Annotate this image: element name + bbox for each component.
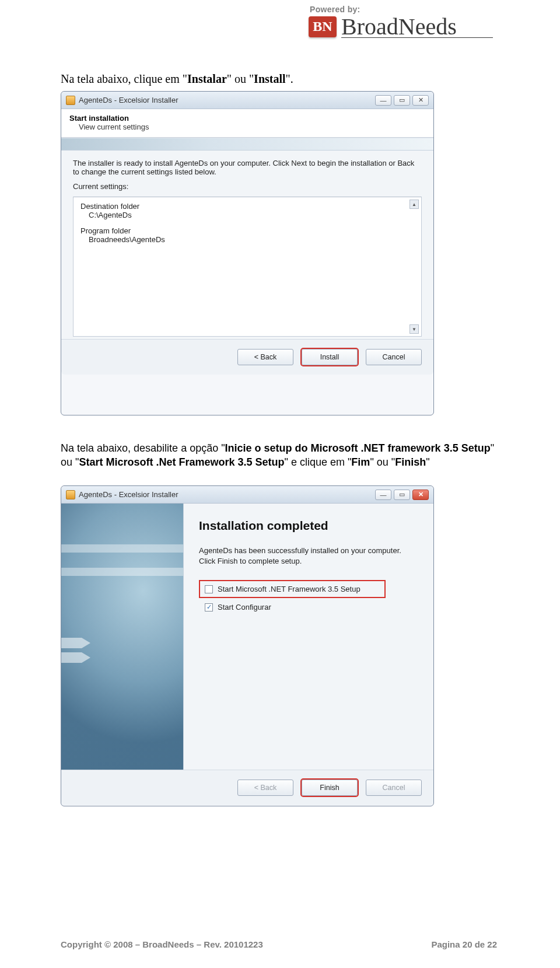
destination-folder-label: Destination folder [80, 202, 414, 211]
text: " ou " [227, 72, 254, 85]
back-button[interactable]: < Back [237, 349, 293, 365]
cancel-button: Cancel [366, 780, 422, 796]
settings-listbox[interactable]: ▲ Destination folder C:\AgenteDs Program… [73, 197, 422, 337]
page-number: Pagina 20 de 22 [431, 939, 497, 949]
checkbox-icon[interactable]: ✓ [205, 603, 213, 611]
installer-ready-text: The installer is ready to install Agente… [73, 159, 422, 176]
installer-body: The installer is ready to install Agente… [61, 151, 433, 339]
sidebar-graphic [61, 504, 184, 770]
scroll-up-icon[interactable]: ▲ [410, 200, 419, 209]
installer-header-title: Start installation [69, 114, 425, 123]
instruction-paragraph-1: Na tela abaixo, clique em "Instalar" ou … [61, 72, 293, 86]
text-bold: Instalar [187, 72, 227, 85]
current-settings-label: Current settings: [73, 182, 422, 191]
installer-window-completed: AgenteDs - Excelsior Installer — ▭ ✕ Ins… [61, 485, 434, 806]
button-row: < Back Install Cancel [61, 339, 433, 375]
text: " e clique em " [285, 456, 352, 468]
content-column: Installation completed AgenteDs has been… [184, 504, 433, 770]
app-icon [66, 96, 75, 105]
text-bold: Install [254, 72, 285, 85]
text: " ou " [370, 456, 395, 468]
window-title: AgenteDs - Excelsior Installer [79, 96, 372, 104]
cancel-button[interactable]: Cancel [366, 349, 422, 365]
minimize-button[interactable]: — [375, 490, 391, 500]
scroll-down-icon[interactable]: ▼ [410, 324, 419, 334]
arrow-icon [61, 638, 90, 648]
program-folder-label: Program folder [80, 226, 414, 235]
program-folder-value: Broadneeds\AgenteDs [80, 235, 414, 244]
brand-name: BroadNeeds [341, 15, 493, 39]
completed-heading: Installation completed [199, 519, 418, 533]
installer-window-start: AgenteDs - Excelsior Installer — ▭ ✕ Sta… [61, 91, 434, 415]
decorative-strip [61, 138, 433, 151]
arrow-icon [61, 652, 90, 663]
minimize-button[interactable]: — [375, 95, 391, 106]
titlebar[interactable]: AgenteDs - Excelsior Installer — ▭ ✕ [61, 92, 433, 109]
checkbox-label: Start Configurar [218, 603, 271, 611]
app-icon [66, 490, 75, 499]
window-title: AgenteDs - Excelsior Installer [79, 490, 372, 499]
installer-main: Installation completed AgenteDs has been… [61, 504, 433, 770]
window-controls: — ▭ ✕ [375, 95, 429, 106]
text-bold: Start Microsoft .Net Framework 3.5 Setup [79, 456, 284, 468]
text-bold: Fim [351, 456, 370, 468]
bn-badge-icon: BN [309, 16, 337, 37]
maximize-button[interactable]: ▭ [394, 490, 410, 500]
start-configurar-option[interactable]: ✓ Start Configurar [199, 599, 418, 615]
text: " [426, 456, 429, 468]
back-button: < Back [237, 780, 293, 796]
destination-folder-value: C:\AgenteDs [80, 211, 414, 219]
maximize-button[interactable]: ▭ [394, 95, 410, 106]
bn-badge-text: BN [313, 19, 332, 34]
page-footer: Copyright © 2008 – BroadNeeds – Rev. 201… [61, 939, 497, 949]
text: Na tela abaixo, desabilite a opção " [61, 442, 225, 454]
start-net-framework-option[interactable]: Start Microsoft .NET Framework 3.5 Setup [199, 580, 386, 598]
copyright-text: Copyright © 2008 – BroadNeeds – Rev. 201… [61, 939, 263, 949]
installer-header-subtitle: View current settings [69, 123, 425, 131]
window-controls: — ▭ ✕ [375, 490, 429, 500]
completed-description: AgenteDs has been successfully installed… [199, 546, 418, 566]
close-button[interactable]: ✕ [412, 490, 429, 500]
checkbox-icon[interactable] [205, 585, 213, 593]
titlebar[interactable]: AgenteDs - Excelsior Installer — ▭ ✕ [61, 486, 433, 504]
text: ". [286, 72, 293, 85]
checkbox-label: Start Microsoft .NET Framework 3.5 Setup [218, 585, 360, 593]
brand-logo: BN BroadNeeds [309, 15, 493, 38]
text-bold: Finish [395, 456, 426, 468]
page-header: Powered by: BN BroadNeeds [309, 5, 493, 38]
powered-by-label: Powered by: [310, 5, 493, 14]
finish-button[interactable]: Finish [302, 780, 358, 796]
text: Na tela abaixo, clique em " [61, 72, 187, 85]
installer-header: Start installation View current settings [61, 109, 433, 138]
button-row: < Back Finish Cancel [61, 770, 433, 805]
install-button[interactable]: Install [302, 349, 358, 365]
text-bold: Inicie o setup do Microsoft .NET framewo… [225, 442, 491, 454]
close-button[interactable]: ✕ [412, 95, 429, 106]
instruction-paragraph-2: Na tela abaixo, desabilite a opção "Inic… [61, 441, 496, 470]
